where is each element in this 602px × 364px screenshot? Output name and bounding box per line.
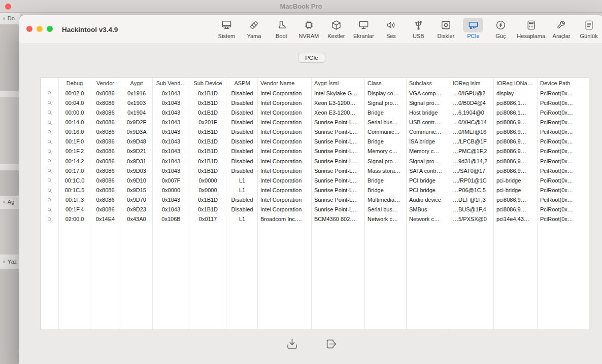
- table-row[interactable]: 00:1F.40x80860x9D230x10430x1B1DDisabledI…: [41, 205, 589, 214]
- download-button[interactable]: [285, 337, 299, 351]
- column-header-class[interactable]: Class: [365, 80, 407, 86]
- thumbnail[interactable]: [0, 209, 19, 254]
- table-row[interactable]: 00:00.00x80860x19040x10430x1B1DDisabledI…: [41, 107, 589, 117]
- cell-ayg-t-ismi: Sunrise Point-L…: [312, 206, 365, 212]
- zoom-button[interactable]: [47, 26, 53, 32]
- cell-sub-vend: 0x1043: [153, 110, 189, 116]
- cell-ayg-t-ismi: Sunrise Point-L…: [312, 158, 365, 164]
- column-header-ioreg-isim[interactable]: IOReg isim: [450, 80, 494, 86]
- export-button[interactable]: [324, 337, 338, 351]
- column-header-sub-device[interactable]: Sub Device: [189, 80, 226, 86]
- disclosure-chevron-icon: ∨: [3, 260, 6, 264]
- thumbnail[interactable]: [0, 97, 19, 164]
- row-inspect-button[interactable]: [41, 129, 59, 135]
- thumbnail[interactable]: [0, 269, 19, 364]
- cell-sub-device: 0x1B1D: [189, 100, 226, 106]
- toolbar-item-boot[interactable]: Boot: [269, 18, 293, 39]
- cell-device-path: PciRoot(0x…: [538, 129, 589, 135]
- table-row[interactable]: 00:1C.00x80860x9D100x007F0x0000L1Intel C…: [41, 175, 589, 185]
- cell-aspm: Disabled: [226, 148, 258, 154]
- toolbar-item-gunluk[interactable]: Günlük: [577, 18, 601, 39]
- cell-vendor-name: Intel Corporation: [258, 148, 312, 154]
- sidebar-section[interactable]: ∨ Ağ: [3, 199, 14, 205]
- cell-aspm: Disabled: [226, 110, 258, 116]
- toolbar-item-ekranlar[interactable]: Ekranlar: [351, 18, 376, 39]
- table-row[interactable]: 00:1F.20x80860x9D210x10430x1B1DDisabledI…: [41, 147, 589, 156]
- column-header-vendor[interactable]: Vendor: [90, 80, 120, 86]
- cell-vendor-name: Intel Corporation: [258, 100, 312, 106]
- cell-ayg-t: 0x9D23: [120, 206, 153, 212]
- row-inspect-button[interactable]: [41, 197, 59, 203]
- table-row[interactable]: 00:1F.00x80860x9D480x10430x1B1DDisabledI…: [41, 137, 589, 147]
- toolbar-item-pcie[interactable]: PCIe: [461, 18, 485, 39]
- column-header-aspm[interactable]: ASPM: [226, 80, 258, 86]
- column-header-ayg-t[interactable]: Aygıt: [120, 80, 153, 86]
- toolbar-item-hesaplama[interactable]: Hesaplama: [516, 18, 546, 39]
- cell-device-path: PciRoot(0x…: [538, 216, 589, 222]
- toolbar-item-guc[interactable]: Güç: [488, 18, 513, 39]
- row-inspect-button[interactable]: [41, 90, 59, 96]
- toolbar-item-label: Günlük: [580, 33, 598, 39]
- cell-vendor: 0x8086: [90, 90, 120, 96]
- table-row[interactable]: 00:14.20x80860x9D310x10430x1B1DDisabledI…: [41, 156, 589, 166]
- cell-sub-device: 0x201F: [189, 119, 226, 125]
- toolbar-item-sistem[interactable]: Sistem: [214, 18, 239, 39]
- row-inspect-button[interactable]: [41, 216, 59, 223]
- row-inspect-button[interactable]: [41, 119, 59, 125]
- toolbar-item-araclar[interactable]: Araçlar: [549, 18, 574, 39]
- sidebar-section[interactable]: ∨ Yaz: [3, 259, 17, 265]
- table-row[interactable]: 00:02.00x80860x19160x10430x1B1DDisabledI…: [41, 88, 589, 98]
- background-close-button[interactable]: [5, 4, 11, 10]
- toolbar-item-nvram[interactable]: NVRAM: [296, 18, 321, 39]
- cell-sub-vend: 0x007F: [153, 177, 189, 184]
- cell-vendor: 0x8086: [90, 119, 120, 125]
- table-row[interactable]: 00:16.00x80860x9D3A0x10430x1B1DDisabledI…: [41, 127, 589, 137]
- row-inspect-button[interactable]: [41, 177, 59, 184]
- table-row[interactable]: 00:04.00x80860x19030x10430x1B1DDisabledI…: [41, 98, 589, 107]
- table-row[interactable]: 00:17.00x80860x9D030x10430x1B1DDisabledI…: [41, 166, 589, 175]
- cell-ayg-t-ismi: BCM4360 802.…: [312, 216, 365, 222]
- cell-class: Communic…: [365, 129, 407, 135]
- minimize-button[interactable]: [37, 26, 43, 32]
- column-header-sub-vend[interactable]: Sub Vend…: [153, 80, 189, 86]
- toolbar-item-kextler[interactable]: Kextler: [324, 18, 348, 39]
- column-header-ioreg-iona[interactable]: IOReg IONa…: [494, 80, 538, 86]
- row-inspect-button[interactable]: [41, 148, 59, 155]
- cell-device-path: PciRoot(0x…: [538, 110, 589, 116]
- sidebar-section[interactable]: ∨ Do: [3, 15, 15, 21]
- traffic-lights: [26, 26, 53, 32]
- row-inspect-button[interactable]: [41, 109, 59, 116]
- cell-sub-device: 0x1B1D: [189, 90, 226, 96]
- thumbnail[interactable]: [0, 24, 19, 91]
- toolbar-item-yama[interactable]: Yama: [242, 18, 266, 39]
- row-inspect-button[interactable]: [41, 206, 59, 213]
- row-inspect-button[interactable]: [41, 167, 59, 174]
- toolbar-item-diskler[interactable]: Diskler: [433, 18, 458, 39]
- tab-pcie[interactable]: PCIe: [298, 53, 325, 63]
- cell-ioreg-iona: pci8086,9…: [494, 168, 538, 174]
- column-header-vendor-name[interactable]: Vendor Name: [258, 80, 312, 86]
- toolbar-item-usb[interactable]: USB: [406, 18, 430, 39]
- cell-vendor-name: Intel Corporation: [258, 197, 312, 203]
- cell-ioreg-iona: pci8086,1…: [494, 110, 538, 116]
- table-row[interactable]: 02:00.00x14E40x43A00x106B0x0117L1Broadco…: [41, 214, 589, 224]
- cell-sub-device: 0x1B1D: [189, 168, 226, 174]
- cell-vendor: 0x8086: [90, 129, 120, 135]
- toolbar-item-ses[interactable]: Ses: [379, 18, 403, 39]
- table-row[interactable]: 00:1C.50x80860x9D150x00000x0000L1Intel C…: [41, 185, 589, 195]
- row-inspect-button[interactable]: [41, 158, 59, 164]
- column-header-ayg-t-ismi[interactable]: Aygıt İsmi: [312, 80, 365, 86]
- thumbnail[interactable]: [0, 170, 19, 196]
- table-row[interactable]: 00:14.00x80860x9D2F0x10430x201FDisabledI…: [41, 117, 589, 127]
- row-inspect-button[interactable]: [41, 187, 59, 193]
- table-row[interactable]: 00:1F.30x80860x9D700x10430x1B1DDisabledI…: [41, 195, 589, 205]
- row-inspect-button[interactable]: [41, 138, 59, 145]
- row-inspect-button[interactable]: [41, 99, 59, 106]
- close-button[interactable]: [26, 26, 32, 32]
- cell-ioreg-isim: …9d31@14,2: [450, 158, 494, 164]
- cell-vendor: 0x8086: [90, 177, 120, 184]
- column-header-device-path[interactable]: Device Path: [538, 80, 589, 86]
- column-header-subclass[interactable]: Subclass: [407, 80, 450, 86]
- column-header-debug[interactable]: Debug: [59, 80, 90, 86]
- toolbar-item-label: USB: [413, 33, 424, 39]
